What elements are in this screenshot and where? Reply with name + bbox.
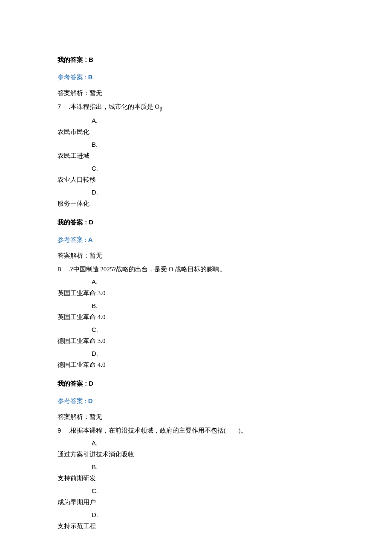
my-answer-value: D <box>89 218 93 226</box>
option-text-C: 成为早期用户 <box>58 497 334 508</box>
question-number: 7 <box>58 101 61 112</box>
option-letter-A: A. <box>58 115 334 126</box>
option-letter-D: D. <box>58 186 334 198</box>
question-8: 8 .?中国制造 2025?战略的出台，是受 O 战略目标的膨响。 <box>58 263 334 275</box>
ref-answer-value: D <box>88 397 93 404</box>
ref-answer-q7: 参考答案 : A <box>58 234 334 246</box>
my-answer-value: D <box>89 380 93 387</box>
ref-answer-label: 参考答案 : <box>58 398 88 404</box>
question-stem: .?中国制造 2025?战略的出台，是受 O 战略目标的膨响。 <box>67 266 226 273</box>
my-answer-q7: 我的答案 : D <box>58 216 334 228</box>
my-answer-label: 我的答案 : <box>58 56 89 63</box>
my-answer-label: 我的答案 : <box>58 218 89 226</box>
option-text-D: 服务一体化 <box>58 198 334 209</box>
option-text-B: 支持前期研发 <box>58 473 334 484</box>
option-letter-D: D. <box>58 348 334 359</box>
my-answer-value: B <box>89 56 93 63</box>
option-text-D: 德国工业革命 4.0 <box>58 359 334 371</box>
analysis-q6: 答案解析：暂无 <box>58 87 334 99</box>
my-answer-q8: 我的答案 : D <box>58 378 334 389</box>
question-9: 9 .根据本课程，在前沿技术领域，政府的主要作用不包括( )。 <box>58 424 334 436</box>
option-letter-C: C. <box>58 324 334 335</box>
ref-answer-q8: 参考答案 : D <box>58 395 334 407</box>
question-number: 9 <box>58 424 61 436</box>
option-letter-B: B. <box>58 139 334 150</box>
question-stem: .根据本课程，在前沿技术领域，政府的主要作用不包括( )。 <box>67 427 247 434</box>
option-text-C: 德国工业革命 3.0 <box>58 335 334 347</box>
option-text-B: 英国工业革命 4.0 <box>58 311 334 323</box>
question-number: 8 <box>58 263 61 275</box>
option-text-B: 农民工进城 <box>58 150 334 162</box>
question-stem: .本课程指出，城市化的本质是 Oβ <box>67 103 162 110</box>
analysis-value: 暂无 <box>89 413 102 420</box>
option-letter-C: C. <box>58 485 334 497</box>
question-7: 7 .本课程指出，城市化的本质是 Oβ <box>58 101 334 114</box>
ref-answer-value: A <box>88 236 93 243</box>
my-answer-label: 我的答案 : <box>58 380 89 387</box>
option-letter-D: D. <box>58 509 334 520</box>
option-letter-B: B. <box>58 300 334 311</box>
analysis-prefix: 答案解析： <box>58 90 89 96</box>
ref-answer-label: 参考答案 : <box>58 236 88 243</box>
option-text-A: 农民市民化 <box>58 126 334 138</box>
analysis-q7: 答案解析：暂无 <box>58 250 334 262</box>
my-answer-q6: 我的答案 : B <box>58 54 334 65</box>
option-text-A: 英国工业革命 3.0 <box>58 288 334 299</box>
analysis-prefix: 答案解析： <box>58 413 89 420</box>
option-letter-B: B. <box>58 461 334 473</box>
analysis-value: 暂无 <box>89 252 102 259</box>
option-text-A: 通过方案引进技术消化吸收 <box>58 449 334 460</box>
option-letter-C: C. <box>58 163 334 174</box>
analysis-value: 暂无 <box>89 90 102 96</box>
ref-answer-value: B <box>88 73 93 81</box>
option-letter-A: A. <box>58 276 334 288</box>
option-letter-A: A. <box>58 437 334 449</box>
option-text-C: 农业人口转移 <box>58 174 334 186</box>
ref-answer-label: 参考答案 : <box>58 74 88 81</box>
option-text-D: 支持示范工程 <box>58 520 334 532</box>
analysis-q8: 答案解析：暂无 <box>58 411 334 423</box>
analysis-prefix: 答案解析： <box>58 252 89 259</box>
ref-answer-q6: 参考答案 : B <box>58 71 334 83</box>
